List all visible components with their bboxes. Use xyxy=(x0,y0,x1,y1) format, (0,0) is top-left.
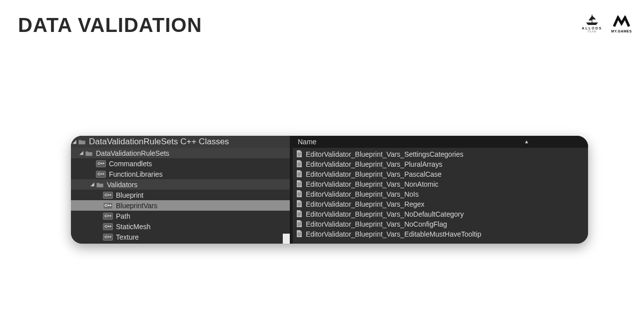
svg-rect-27 xyxy=(298,216,300,216)
mygames-icon xyxy=(613,15,630,28)
expand-arrow-icon[interactable]: ◢ xyxy=(79,150,84,155)
scrollbar-stub[interactable] xyxy=(283,234,290,244)
tree-item[interactable]: ◢C++StaticMesh xyxy=(71,221,290,232)
list-item[interactable]: EditorValidator_Blueprint_Vars_EditableM… xyxy=(296,229,588,239)
document-icon xyxy=(296,200,303,209)
svg-rect-0 xyxy=(298,153,301,153)
svg-rect-33 xyxy=(298,234,301,234)
svg-rect-2 xyxy=(298,155,301,155)
tree-item[interactable]: ◢C++Blueprint xyxy=(71,190,290,200)
svg-rect-8 xyxy=(298,173,301,173)
folder-icon xyxy=(85,150,93,157)
svg-rect-6 xyxy=(298,165,301,165)
svg-rect-19 xyxy=(298,196,300,196)
content-browser-panel: ◢ DataValidationRuleSets C++ Classes ◢Da… xyxy=(71,136,588,244)
list-item[interactable]: EditorValidator_Blueprint_Vars_PluralArr… xyxy=(296,159,588,169)
list-item[interactable]: EditorValidator_Blueprint_Vars_NoConfigF… xyxy=(296,219,588,229)
svg-rect-17 xyxy=(298,194,301,194)
list-header[interactable]: Name ▲ xyxy=(293,136,588,148)
tree-item[interactable]: ◢C++Path xyxy=(71,211,290,221)
tree-item-label: Texture xyxy=(116,233,139,241)
list-item[interactable]: EditorValidator_Blueprint_Vars_NoDefault… xyxy=(296,209,588,219)
list-item-label: EditorValidator_Blueprint_Vars_PascalCas… xyxy=(306,170,442,178)
list-item[interactable]: EditorValidator_Blueprint_Vars_SettingsC… xyxy=(296,149,588,159)
tree-item[interactable]: ◢C++Texture xyxy=(71,232,290,242)
slide: DATA VALIDATION ALLODS TEAM MY.GAMES ◢ xyxy=(0,0,644,336)
tree-item[interactable]: ◢C++FunctionLibraries xyxy=(71,169,290,179)
tree-item[interactable]: ◢DataValidationRuleSets xyxy=(71,148,290,158)
cpp-icon: C++ xyxy=(103,202,113,209)
expand-arrow-icon[interactable]: ◢ xyxy=(90,182,95,187)
mygames-logo: MY.GAMES xyxy=(609,11,634,33)
svg-rect-11 xyxy=(298,176,300,176)
svg-rect-9 xyxy=(298,174,301,174)
list-item[interactable]: EditorValidator_Blueprint_Vars_NoIs xyxy=(296,189,588,199)
svg-rect-22 xyxy=(298,205,301,205)
folder-tree[interactable]: ◢ DataValidationRuleSets C++ Classes ◢Da… xyxy=(71,136,290,244)
list-item-label: EditorValidator_Blueprint_Vars_NoIs xyxy=(306,190,419,198)
svg-rect-4 xyxy=(298,163,301,163)
svg-rect-14 xyxy=(298,185,301,185)
page-title: DATA VALIDATION xyxy=(18,14,202,36)
svg-rect-7 xyxy=(298,166,300,166)
svg-rect-30 xyxy=(298,225,301,225)
tree-item-label: Blueprint xyxy=(116,191,143,199)
svg-rect-28 xyxy=(298,223,301,223)
list-item-label: EditorValidator_Blueprint_Vars_NonAtomic xyxy=(306,180,439,188)
logo-group: ALLODS TEAM MY.GAMES xyxy=(580,11,634,33)
document-icon xyxy=(296,150,303,159)
allods-logo: ALLODS TEAM xyxy=(580,11,604,33)
cpp-icon: C++ xyxy=(96,171,106,178)
list-item-label: EditorValidator_Blueprint_Vars_NoConfigF… xyxy=(306,220,447,228)
tree-item-label: FunctionLibraries xyxy=(109,170,162,178)
svg-rect-29 xyxy=(298,224,301,224)
list-header-name: Name xyxy=(298,138,316,146)
document-icon xyxy=(296,210,303,219)
svg-rect-35 xyxy=(298,236,300,236)
tree-item[interactable]: ◢C++Commandlets xyxy=(71,158,290,169)
svg-rect-1 xyxy=(298,154,301,154)
svg-rect-32 xyxy=(298,233,301,233)
svg-rect-15 xyxy=(298,186,300,186)
svg-rect-18 xyxy=(298,195,301,195)
document-icon xyxy=(296,220,303,229)
tree-item[interactable]: ◢C++BlueprintVars xyxy=(71,200,290,211)
tree-root[interactable]: ◢ DataValidationRuleSets C++ Classes xyxy=(71,136,290,148)
document-icon xyxy=(296,170,303,179)
svg-rect-26 xyxy=(298,215,301,215)
svg-rect-16 xyxy=(298,193,301,193)
folder-icon xyxy=(78,138,86,145)
list-item[interactable]: EditorValidator_Blueprint_Vars_Regex xyxy=(296,199,588,209)
list-item[interactable]: EditorValidator_Blueprint_Vars_PascalCas… xyxy=(296,169,588,179)
mygames-logo-label: MY.GAMES xyxy=(611,29,632,33)
folder-icon xyxy=(96,181,104,188)
svg-rect-10 xyxy=(298,175,301,175)
svg-rect-13 xyxy=(298,184,301,184)
list-item[interactable]: EditorValidator_Blueprint_Vars_NonAtomic xyxy=(296,179,588,189)
list-item-label: EditorValidator_Blueprint_Vars_PluralArr… xyxy=(306,160,442,168)
svg-rect-25 xyxy=(298,214,301,214)
svg-rect-23 xyxy=(298,206,300,206)
svg-rect-5 xyxy=(298,164,301,164)
list-item-label: EditorValidator_Blueprint_Vars_NoDefault… xyxy=(306,210,464,218)
document-icon xyxy=(296,230,303,239)
tree-root-label: DataValidationRuleSets C++ Classes xyxy=(89,137,229,147)
allods-logo-label: ALLODS xyxy=(582,26,603,30)
asset-list[interactable]: Name ▲ EditorValidator_Blueprint_Vars_Se… xyxy=(293,136,588,244)
svg-rect-34 xyxy=(298,235,301,235)
tree-item-label: Validators xyxy=(107,181,137,189)
cpp-icon: C++ xyxy=(103,223,113,230)
svg-rect-3 xyxy=(298,156,300,156)
svg-rect-24 xyxy=(298,213,301,213)
svg-rect-20 xyxy=(298,203,301,203)
svg-rect-21 xyxy=(298,204,301,204)
cpp-icon: C++ xyxy=(103,213,113,220)
tree-item-label: BlueprintVars xyxy=(116,202,157,210)
cpp-icon: C++ xyxy=(103,234,113,241)
tree-item-label: StaticMesh xyxy=(116,223,150,231)
tree-item[interactable]: ◢Validators xyxy=(71,179,290,190)
sort-arrow-icon[interactable]: ▲ xyxy=(524,139,529,144)
document-icon xyxy=(296,180,303,189)
cpp-icon: C++ xyxy=(96,160,106,167)
expand-arrow-icon[interactable]: ◢ xyxy=(72,139,77,144)
